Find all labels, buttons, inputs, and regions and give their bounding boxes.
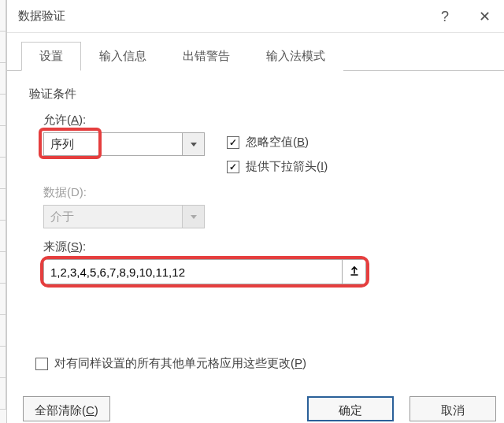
data-select: 介于 — [43, 205, 205, 228]
data-select-chevron — [182, 206, 204, 228]
range-picker-icon — [349, 265, 360, 279]
data-select-value: 介于 — [44, 206, 182, 228]
tab-settings[interactable]: 设置 — [21, 42, 81, 71]
data-label: 数据(D): — [43, 185, 482, 200]
chevron-down-icon — [191, 215, 197, 219]
chevron-down-icon — [191, 143, 197, 147]
dialog-footer: 全部清除(C) 确定 取消 — [23, 396, 504, 423]
cancel-button[interactable]: 取消 — [410, 396, 496, 421]
allow-label: 允许(A): — [43, 113, 482, 128]
source-input[interactable] — [44, 260, 342, 284]
range-picker-button[interactable] — [342, 260, 365, 284]
close-button[interactable]: ✕ — [465, 0, 504, 33]
allow-select-value: 序列 — [44, 133, 182, 155]
data-validation-dialog: 数据验证 ? ✕ 设置 输入信息 出错警告 输入法模式 验证条件 允许(A): … — [6, 0, 504, 423]
settings-panel: 验证条件 允许(A): 序列 忽略空值(B) — [7, 71, 504, 292]
dialog-title: 数据验证 — [18, 9, 65, 24]
apply-to-all-checkbox[interactable]: 对有同样设置的所有其他单元格应用这些更改(P) — [35, 356, 306, 371]
source-input-wrap — [43, 259, 366, 284]
checkbox-icon — [227, 136, 239, 149]
allow-select[interactable]: 序列 — [43, 132, 205, 156]
tab-error-alert[interactable]: 出错警告 — [165, 42, 248, 71]
ok-button[interactable]: 确定 — [307, 396, 394, 421]
tab-strip: 设置 输入信息 出错警告 输入法模式 — [7, 33, 504, 71]
titlebar-controls: ? ✕ — [425, 0, 504, 32]
validation-criteria-label: 验证条件 — [29, 87, 482, 102]
tab-ime-mode[interactable]: 输入法模式 — [248, 42, 343, 71]
help-button[interactable]: ? — [425, 0, 465, 33]
titlebar: 数据验证 ? ✕ — [7, 0, 504, 33]
in-cell-dropdown-checkbox[interactable]: 提供下拉箭头(I) — [227, 159, 328, 174]
clear-all-button[interactable]: 全部清除(C) — [23, 396, 110, 421]
spreadsheet-background — [0, 0, 6, 423]
source-label: 来源(S): — [43, 239, 482, 254]
tab-input-message[interactable]: 输入信息 — [81, 42, 165, 71]
ignore-blank-checkbox[interactable]: 忽略空值(B) — [227, 135, 328, 150]
checkbox-icon — [35, 358, 48, 370]
checkbox-icon — [227, 161, 239, 173]
allow-select-chevron[interactable] — [182, 133, 204, 155]
